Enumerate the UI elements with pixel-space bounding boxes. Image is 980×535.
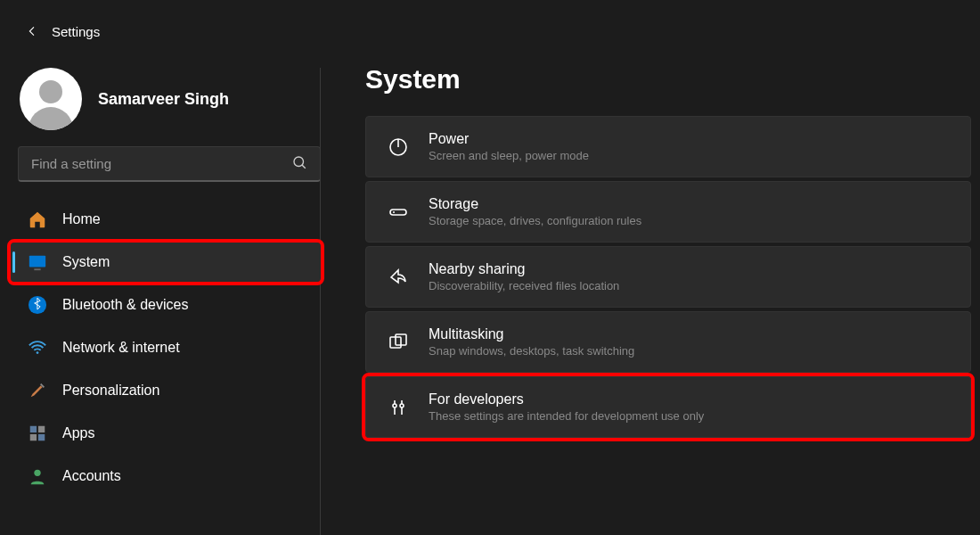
svg-point-4: [37, 351, 39, 354]
paintbrush-icon: [27, 380, 48, 401]
panel-storage[interactable]: Storage Storage space, drives, configura…: [365, 181, 971, 243]
sidebar-item-label: System: [62, 254, 110, 270]
apps-icon: [27, 423, 48, 444]
sidebar-item-network[interactable]: Network & internet: [18, 328, 314, 367]
sidebar-item-bluetooth[interactable]: Bluetooth & devices: [18, 285, 314, 325]
panel-title: For developers: [429, 391, 704, 407]
panel-for-developers[interactable]: For developers These settings are intend…: [365, 376, 971, 438]
user-name: Samarveer Singh: [98, 90, 229, 109]
svg-rect-11: [390, 210, 406, 215]
panel-power[interactable]: Power Screen and sleep, power mode: [365, 116, 971, 177]
storage-icon: [386, 200, 411, 225]
sidebar-item-apps[interactable]: Apps: [18, 414, 314, 453]
power-icon: [386, 135, 411, 160]
svg-point-9: [34, 470, 40, 476]
avatar-icon: [20, 68, 82, 130]
sidebar-item-label: Accounts: [62, 468, 121, 484]
sidebar-item-label: Bluetooth & devices: [62, 297, 188, 313]
profile[interactable]: Samarveer Singh: [20, 68, 314, 130]
svg-rect-8: [38, 434, 45, 440]
panel-sub: Screen and sleep, power mode: [429, 149, 589, 162]
sidebar-item-label: Apps: [62, 425, 94, 441]
search-icon: [291, 154, 307, 173]
panel-title: Power: [429, 131, 589, 147]
svg-point-16: [400, 404, 404, 407]
share-icon: [386, 265, 411, 290]
app-title: Settings: [52, 24, 100, 39]
panel-sub: Storage space, drives, configuration rul…: [429, 214, 641, 227]
sidebar-item-accounts[interactable]: Accounts: [18, 457, 314, 496]
svg-point-15: [393, 404, 396, 407]
multitasking-icon: [386, 330, 411, 355]
panel-title: Nearby sharing: [429, 261, 619, 277]
svg-rect-5: [30, 426, 37, 432]
panel-title: Multitasking: [429, 326, 634, 342]
panel-sub: These settings are intended for developm…: [429, 409, 704, 423]
bluetooth-icon: [27, 294, 48, 316]
svg-rect-2: [34, 268, 40, 270]
sidebar-item-personalization[interactable]: Personalization: [18, 371, 314, 410]
panel-sub: Snap windows, desktops, task switching: [429, 344, 634, 358]
sidebar-item-home[interactable]: Home: [18, 200, 314, 239]
sidebar-item-label: Personalization: [62, 383, 159, 399]
sidebar-item-label: Network & internet: [62, 340, 180, 356]
panel-title: Storage: [429, 196, 641, 212]
system-icon: [27, 251, 48, 273]
wifi-icon: [27, 337, 48, 358]
person-icon: [27, 465, 48, 487]
sidebar-item-label: Home: [62, 211, 101, 227]
panel-sub: Discoverability, received files location: [429, 279, 619, 292]
developers-icon: [386, 395, 411, 420]
panel-nearby-sharing[interactable]: Nearby sharing Discoverability, received…: [365, 246, 971, 308]
svg-rect-7: [30, 434, 37, 440]
svg-rect-6: [38, 426, 45, 432]
svg-rect-1: [29, 256, 45, 268]
search-input[interactable]: [18, 146, 321, 182]
sidebar-item-system[interactable]: System: [11, 243, 321, 282]
home-icon: [27, 209, 48, 230]
search-field[interactable]: [31, 156, 291, 171]
svg-point-12: [393, 211, 395, 213]
svg-point-0: [294, 157, 304, 167]
page-title: System: [365, 64, 980, 95]
back-button[interactable]: [20, 19, 45, 44]
panel-multitasking[interactable]: Multitasking Snap windows, desktops, tas…: [365, 311, 971, 373]
